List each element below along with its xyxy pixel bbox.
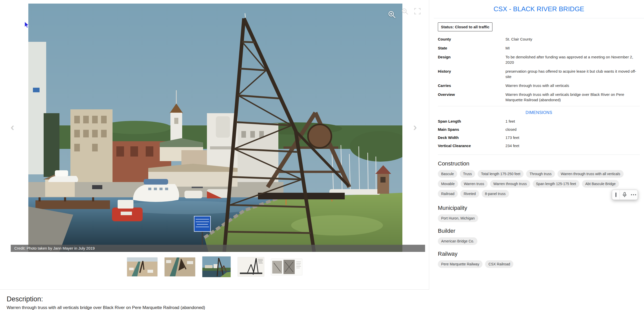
dimension-row: Vertical Clearance 234 feet <box>438 143 640 148</box>
info-row: State MI <box>438 45 640 51</box>
info-value: MI <box>505 45 640 51</box>
bridge-photo[interactable] <box>28 4 402 252</box>
dimension-rows: Span Length 1 feet Main Spans closed Dec… <box>438 119 640 148</box>
builder-heading: Builder <box>438 228 640 234</box>
info-value: Warren through truss with all verticals <box>505 83 640 88</box>
zoom-out-icon[interactable] <box>401 8 409 16</box>
dimension-row: Main Spans closed <box>438 127 640 132</box>
tag[interactable]: Port Huron, Michigan <box>438 214 478 222</box>
municipality-tags: Port Huron, Michigan <box>438 214 640 222</box>
info-label: County <box>438 36 505 42</box>
info-label: History <box>438 69 505 79</box>
info-row: History preservation group has offered t… <box>438 69 640 79</box>
municipality-heading: Municipality <box>438 205 640 211</box>
dimension-label: Vertical Clearance <box>438 143 505 148</box>
dimension-label: Main Spans <box>438 127 505 132</box>
tag[interactable]: Through truss <box>526 170 555 178</box>
thumbnail-strip <box>0 256 429 277</box>
description-section: Description: Warren through truss with a… <box>0 289 429 310</box>
builder-tags: American Bridge Co. <box>438 237 640 245</box>
description-heading: Description: <box>7 295 429 303</box>
info-label: Carries <box>438 83 505 88</box>
tag[interactable]: Warren through truss <box>490 180 530 188</box>
thumbnail-2[interactable] <box>165 257 195 276</box>
tag[interactable]: Warren truss <box>461 180 488 188</box>
tag[interactable]: Truss <box>460 170 475 178</box>
info-row: County St. Clair County <box>438 36 640 42</box>
zoom-in-icon[interactable] <box>388 10 396 19</box>
status-badge: Status: Closed to all traffic <box>438 22 492 31</box>
info-label: Design <box>438 54 505 65</box>
info-row: Design To be demolished after funding wa… <box>438 54 640 65</box>
tag[interactable]: Pere Marquette Railway <box>438 260 482 268</box>
dimension-value: 234 feet <box>505 143 640 148</box>
photo-credit: Credit: Photo taken by Jann Mayer in Jul… <box>11 245 425 252</box>
caret-icon <box>615 192 616 197</box>
tag[interactable]: American Bridge Co. <box>438 237 477 245</box>
thumbnail-5[interactable] <box>271 259 302 275</box>
tag[interactable]: Abt Bascule Bridge <box>582 180 619 188</box>
dimension-value: 173 feet <box>505 135 640 140</box>
thumbnail-4[interactable] <box>238 257 264 276</box>
photo-credit-text: Credit: Photo taken by Jann Mayer in Jul… <box>14 246 95 250</box>
dimension-value: closed <box>505 127 640 132</box>
info-value: To be demolished after funding was appro… <box>505 54 640 65</box>
construction-tags: BasculeTrussTotal length 175-250 feetThr… <box>438 170 640 198</box>
info-rows: County St. Clair County State MI Design … <box>438 36 640 102</box>
description-text: Warren through truss with all verticals … <box>7 305 429 310</box>
ellipsis-icon <box>631 194 636 195</box>
info-label: Overview <box>438 92 505 102</box>
tag[interactable]: Warren through truss with all verticals <box>558 170 624 178</box>
dimensions-heading: DIMENSIONS <box>438 110 640 115</box>
text-caret-handle[interactable] <box>612 190 620 200</box>
dimension-row: Deck Width 173 feet <box>438 135 640 140</box>
divider <box>438 154 640 155</box>
bridge-info-panel: CSX - BLACK RIVER BRIDGE Status: Closed … <box>434 0 644 310</box>
tag[interactable]: Total length 175-250 feet <box>478 170 524 178</box>
thumbnail-3-selected[interactable] <box>202 256 231 277</box>
info-label: State <box>438 45 505 51</box>
tag[interactable]: Riveted <box>460 190 479 198</box>
dimension-label: Deck Width <box>438 135 505 140</box>
info-value: St. Clair County <box>505 36 640 42</box>
tag[interactable]: 8-panel truss <box>482 190 509 198</box>
microphone-button[interactable] <box>620 190 629 200</box>
dimension-row: Span Length 1 feet <box>438 119 640 124</box>
tag[interactable]: Railroad <box>438 190 458 198</box>
photo-viewer-card: Credit: Photo taken by Jann Mayer in Jul… <box>0 0 429 310</box>
next-photo-button[interactable]: › <box>413 122 417 132</box>
microphone-icon <box>622 192 627 198</box>
railway-tags: Pere Marquette RailwayCSX Railroad <box>438 260 640 268</box>
divider <box>438 106 640 106</box>
dimension-label: Span Length <box>438 119 505 124</box>
info-row: Overview Warren through truss with all v… <box>438 92 640 102</box>
construction-heading: Construction <box>438 160 640 167</box>
tag[interactable]: Span length 125-175 feet <box>533 180 579 188</box>
tag[interactable]: CSX Railroad <box>485 260 513 268</box>
more-options-button[interactable] <box>629 190 638 200</box>
info-value: preservation group has offered to acquir… <box>505 69 640 79</box>
tag[interactable]: Movable <box>438 180 458 188</box>
railway-heading: Railway <box>438 251 640 257</box>
info-row: Carries Warren through truss with all ve… <box>438 83 640 88</box>
page-title: CSX - BLACK RIVER BRIDGE <box>434 0 644 18</box>
thumbnail-1[interactable] <box>127 257 157 276</box>
info-value: Warren through truss with all verticals … <box>505 92 640 102</box>
bridge-photo-art <box>28 4 402 252</box>
dictation-toolbar <box>612 190 638 200</box>
prev-photo-button[interactable]: ‹ <box>11 122 14 132</box>
tag[interactable]: Bascule <box>438 170 457 178</box>
fullscreen-icon[interactable] <box>414 8 421 16</box>
dimension-value: 1 feet <box>505 119 640 124</box>
